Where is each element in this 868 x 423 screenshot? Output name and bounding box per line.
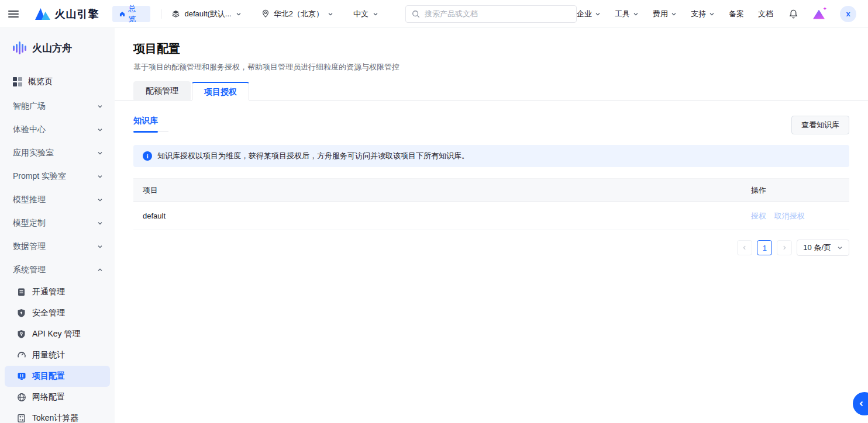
chevron-down-icon [709, 11, 715, 17]
column-header-actions: 操作 [742, 179, 849, 202]
tab-bar: 配额管理 项目授权 [115, 81, 868, 100]
previous-page-button[interactable] [737, 240, 752, 255]
sidebar-item-project-config[interactable]: 项目配置 [5, 366, 110, 387]
chevron-down-icon [236, 11, 242, 17]
chevron-down-icon [633, 11, 639, 17]
pagination: 1 10 条/页 [133, 240, 849, 256]
chevron-down-icon [97, 103, 103, 109]
menu-tools[interactable]: 工具 [615, 9, 639, 19]
search-icon [412, 10, 420, 18]
tab-project-authorization[interactable]: 项目授权 [192, 82, 249, 100]
ai-assistant-icon[interactable]: ✦ [813, 9, 826, 19]
menu-docs[interactable]: 文档 [758, 9, 773, 19]
project-selector[interactable]: default(默认... [171, 9, 241, 19]
revoke-authorization-link[interactable]: 取消授权 [774, 212, 805, 220]
user-avatar[interactable]: x [840, 6, 856, 22]
item-label: 网络配置 [32, 392, 65, 403]
kb-section: 知识库 查看知识库 知识库授权以项目为维度，获得某项目授权后，方舟服务可访问并读… [115, 100, 868, 256]
menu-support[interactable]: 支持 [691, 9, 715, 19]
sidebar-item-security[interactable]: 安全管理 [5, 303, 110, 324]
tab-quota-management[interactable]: 配额管理 [133, 81, 191, 100]
gauge-icon [16, 351, 26, 360]
page-subtitle: 基于项目的配额管理和服务授权，帮助项目管理员进行细粒度的资源与权限管控 [133, 62, 849, 72]
authorize-link[interactable]: 授权 [751, 212, 766, 220]
divider [161, 9, 161, 19]
sidebar-group-experience[interactable]: 体验中心 [0, 118, 115, 141]
main-content: 项目配置 基于项目的配额管理和服务授权，帮助项目管理员进行细粒度的资源与权限管控… [115, 28, 868, 423]
stack-icon [171, 9, 180, 18]
sidebar-group-data-mgmt[interactable]: 数据管理 [0, 235, 115, 258]
mountain-logo-icon [35, 8, 50, 20]
clipboard-icon [16, 287, 26, 297]
menu-label: 费用 [653, 9, 668, 19]
sliders-icon [16, 372, 26, 382]
group-label: 应用实验室 [13, 148, 54, 158]
calculator-icon [16, 414, 26, 423]
chevron-down-icon [328, 11, 333, 17]
region-value: 华北2（北京） [274, 9, 323, 19]
sidebar-group-ai-plaza[interactable]: 智能广场 [0, 95, 115, 118]
subtab-knowledge-base[interactable]: 知识库 [133, 116, 168, 133]
sidebar-group-system-mgmt[interactable]: 系统管理 [0, 258, 115, 282]
chevron-down-icon [97, 150, 103, 156]
overview-button[interactable]: 总览 [112, 6, 150, 22]
search-box[interactable] [405, 5, 577, 23]
hamburger-menu-icon[interactable] [8, 11, 19, 18]
page-title: 项目配置 [133, 41, 849, 57]
menu-label: 备案 [729, 9, 744, 19]
menu-label: 工具 [615, 9, 630, 19]
page-size-value: 10 条/页 [803, 242, 831, 253]
sidebar-item-usage-stats[interactable]: 用量统计 [5, 345, 110, 366]
sidebar-group-model-inference[interactable]: 模型推理 [0, 188, 115, 212]
group-label: Prompt 实验室 [13, 171, 66, 182]
page-number-1[interactable]: 1 [757, 240, 772, 255]
region-selector[interactable]: 华北2（北京） [261, 9, 333, 19]
project-selector-value: default(默认... [184, 9, 231, 19]
view-knowledge-base-button[interactable]: 查看知识库 [791, 116, 849, 134]
language-value: 中文 [353, 9, 368, 19]
sidebar-group-app-lab[interactable]: 应用实验室 [0, 141, 115, 165]
sidebar-item-overview[interactable]: 概览页 [0, 69, 115, 95]
grid-icon [13, 77, 22, 86]
language-selector[interactable]: 中文 [353, 9, 378, 19]
item-label: Token计算器 [32, 413, 78, 423]
sidebar-item-network-config[interactable]: 网络配置 [5, 387, 110, 408]
waveform-logo-icon [13, 41, 26, 55]
avatar-initial: x [846, 9, 850, 18]
sidebar-item-api-key[interactable]: API Key 管理 [5, 324, 110, 345]
project-table: 项目 操作 default 授权 取消授权 [133, 178, 849, 230]
menu-icp[interactable]: 备案 [729, 9, 744, 19]
sidebar-group-model-custom[interactable]: 模型定制 [0, 212, 115, 235]
column-header-project: 项目 [133, 179, 742, 202]
sidebar: 火山方舟 概览页 智能广场 体验中心 应用实验室 Prompt 实验室 模型推理… [0, 28, 115, 423]
sidebar-overview-label: 概览页 [28, 77, 53, 87]
sidebar-item-token-calculator[interactable]: Token计算器 [5, 408, 110, 423]
menu-label: 企业 [577, 9, 592, 19]
search-input[interactable] [425, 9, 570, 18]
ark-brand-name: 火山方舟 [32, 41, 72, 55]
ark-brand[interactable]: 火山方舟 [0, 28, 115, 61]
menu-billing[interactable]: 费用 [653, 9, 677, 19]
home-icon [119, 11, 125, 17]
project-name-cell: default [133, 202, 742, 230]
menu-label: 支持 [691, 9, 706, 19]
sidebar-item-activation[interactable]: 开通管理 [5, 282, 110, 303]
chevron-down-icon [595, 11, 601, 17]
info-banner-text: 知识库授权以项目为维度，获得某项目授权后，方舟服务可访问并读取该项目下所有知识库… [157, 151, 469, 161]
chevron-down-icon [837, 245, 843, 251]
chevron-right-icon [781, 245, 787, 251]
info-banner: 知识库授权以项目为维度，获得某项目授权后，方舟服务可访问并读取该项目下所有知识库… [133, 145, 849, 167]
sidebar-group-prompt-lab[interactable]: Prompt 实验室 [0, 165, 115, 188]
notification-bell-icon[interactable] [787, 8, 799, 20]
menu-label: 文档 [758, 9, 773, 19]
item-label: 用量统计 [32, 350, 65, 360]
volcengine-logo[interactable]: 火山引擎 [35, 7, 99, 21]
group-label: 系统管理 [13, 265, 46, 275]
table-row: default 授权 取消授权 [133, 202, 849, 230]
menu-enterprise[interactable]: 企业 [577, 9, 601, 19]
page-size-select[interactable]: 10 条/页 [797, 240, 849, 256]
chevron-down-icon [97, 220, 103, 226]
next-page-button[interactable] [777, 240, 792, 255]
chevron-down-icon [97, 244, 103, 249]
chevron-left-icon [858, 400, 865, 407]
